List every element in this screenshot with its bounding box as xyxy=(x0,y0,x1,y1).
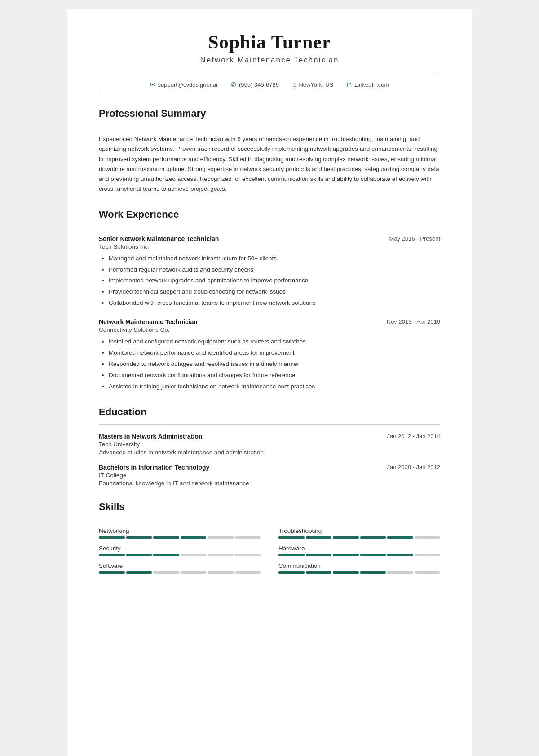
list-item: Implemented network upgrades and optimiz… xyxy=(109,276,440,286)
skills-title: Skills xyxy=(99,501,440,513)
skill-segment-filled xyxy=(306,554,332,556)
skill-segment-filled xyxy=(278,554,305,556)
skill-label: Networking xyxy=(99,527,261,534)
skill-segment-filled xyxy=(387,554,413,556)
summary-divider xyxy=(99,126,440,126)
list-item: Documented network configurations and ch… xyxy=(109,370,440,381)
skill-segment-filled xyxy=(333,536,359,539)
summary-title: Professional Summary xyxy=(99,108,440,119)
skill-segment-empty xyxy=(208,536,234,539)
job-block: Senior Network Maintenance TechnicianMay… xyxy=(99,235,440,309)
summary-text: Experienced Network Maintenance Technici… xyxy=(99,134,440,194)
edu-degree: Masters in Network Administration xyxy=(99,433,203,440)
job-company: Connectivity Solutions Co. xyxy=(99,326,440,333)
skill-segment-filled xyxy=(278,571,305,574)
skill-segment-empty xyxy=(208,554,234,556)
edu-description: Foundational knowledge in IT and network… xyxy=(99,480,440,487)
skill-segment-filled xyxy=(126,571,152,574)
contact-linkedin: in LinkedIn.com xyxy=(347,81,389,88)
list-item: Collaborated with cross-functional teams… xyxy=(109,298,440,308)
skill-segment-filled xyxy=(306,536,332,539)
skill-segment-empty xyxy=(153,571,179,574)
skill-bar xyxy=(278,536,440,539)
skill-item: Software xyxy=(99,563,261,574)
resume-document: Sophia Turner Network Maintenance Techni… xyxy=(67,9,472,756)
job-bullets: Managed and maintained network infrastru… xyxy=(99,254,440,309)
list-item: Managed and maintained network infrastru… xyxy=(109,254,440,264)
skill-segment-filled xyxy=(278,536,305,539)
skill-label: Software xyxy=(99,563,261,569)
list-item: Provided technical support and troublesh… xyxy=(109,287,440,297)
skill-segment-empty xyxy=(415,536,441,539)
edu-degree: Bachelors in Information Technology xyxy=(99,464,209,471)
skill-label: Communication xyxy=(278,563,440,569)
list-item: Responded to network outages and resolve… xyxy=(109,359,440,369)
job-dates: Nov 2013 - Apr 2016 xyxy=(387,318,440,325)
skill-item: Security xyxy=(99,545,261,556)
skills-divider xyxy=(99,519,440,519)
skills-section: Skills NetworkingTroubleshootingSecurity… xyxy=(99,501,440,574)
skill-segment-filled xyxy=(333,571,359,574)
edu-block: Masters in Network AdministrationJan 201… xyxy=(99,433,440,456)
skill-bar xyxy=(278,571,440,574)
skill-segment-filled xyxy=(99,571,125,574)
skill-segment-filled xyxy=(126,536,152,539)
edu-block: Bachelors in Information TechnologyJan 2… xyxy=(99,464,440,487)
skill-segment-filled xyxy=(99,536,125,539)
skill-segment-empty xyxy=(181,554,207,556)
skill-segment-filled xyxy=(360,536,386,539)
job-company: Tech Solutions Inc. xyxy=(99,243,440,250)
skill-segment-empty xyxy=(235,536,261,539)
skill-label: Troubleshooting xyxy=(278,527,440,534)
list-item: Assisted in training junior technicians … xyxy=(109,382,440,392)
skill-segment-empty xyxy=(235,571,261,574)
edu-institution: IT College xyxy=(99,472,440,479)
edu-container: Masters in Network AdministrationJan 201… xyxy=(99,433,440,487)
experience-divider xyxy=(99,227,440,227)
skill-segment-empty xyxy=(387,571,413,574)
job-title: Network Maintenance Technician xyxy=(99,318,198,325)
skill-item: Hardware xyxy=(278,545,440,556)
skill-segment-empty xyxy=(415,571,441,574)
education-divider xyxy=(99,424,440,425)
job-block: Network Maintenance TechnicianNov 2013 -… xyxy=(99,318,440,392)
list-item: Installed and configured network equipme… xyxy=(109,337,440,347)
skill-segment-empty xyxy=(415,554,441,556)
skill-segment-filled xyxy=(126,554,152,556)
experience-title: Work Experience xyxy=(99,209,440,220)
resume-header: Sophia Turner Network Maintenance Techni… xyxy=(99,31,440,65)
edu-dates: Jan 2008 - Jan 2012 xyxy=(387,464,440,470)
skill-segment-filled xyxy=(99,554,125,556)
skill-item: Communication xyxy=(278,563,440,574)
job-bullets: Installed and configured network equipme… xyxy=(99,337,440,392)
candidate-name: Sophia Turner xyxy=(99,31,440,53)
skill-bar xyxy=(278,554,440,556)
skill-segment-filled xyxy=(387,536,413,539)
edu-dates: Jan 2012 - Jan 2014 xyxy=(387,433,440,440)
list-item: Monitored network performance and identi… xyxy=(109,348,440,358)
skill-segment-empty xyxy=(181,571,207,574)
list-item: Performed regular network audits and sec… xyxy=(109,265,440,275)
skill-bar xyxy=(99,571,261,574)
skill-item: Troubleshooting xyxy=(278,527,440,539)
skills-container: NetworkingTroubleshootingSecurityHardwar… xyxy=(99,527,440,574)
contact-location: ⌂ NewYork, US xyxy=(292,81,333,88)
edu-institution: Tech University xyxy=(99,441,440,448)
skill-segment-filled xyxy=(153,554,179,556)
skill-label: Security xyxy=(99,545,261,552)
skill-label: Hardware xyxy=(278,545,440,552)
education-section: Education Masters in Network Administrat… xyxy=(99,406,440,487)
location-icon: ⌂ xyxy=(292,81,296,88)
skill-segment-filled xyxy=(360,554,386,556)
contact-bar: ✉ support@cvdesigner.ai ✆ (555) 345-6789… xyxy=(99,74,440,95)
skill-segment-empty xyxy=(235,554,261,556)
email-icon: ✉ xyxy=(150,81,155,88)
skill-item: Networking xyxy=(99,527,261,539)
job-dates: May 2016 - Present xyxy=(389,235,440,242)
skill-bar xyxy=(99,554,261,556)
education-title: Education xyxy=(99,406,440,418)
edu-description: Advanced studies in network maintenance … xyxy=(99,449,440,456)
contact-phone: ✆ (555) 345-6789 xyxy=(231,81,279,88)
skill-segment-filled xyxy=(333,554,359,556)
jobs-container: Senior Network Maintenance TechnicianMay… xyxy=(99,235,440,392)
